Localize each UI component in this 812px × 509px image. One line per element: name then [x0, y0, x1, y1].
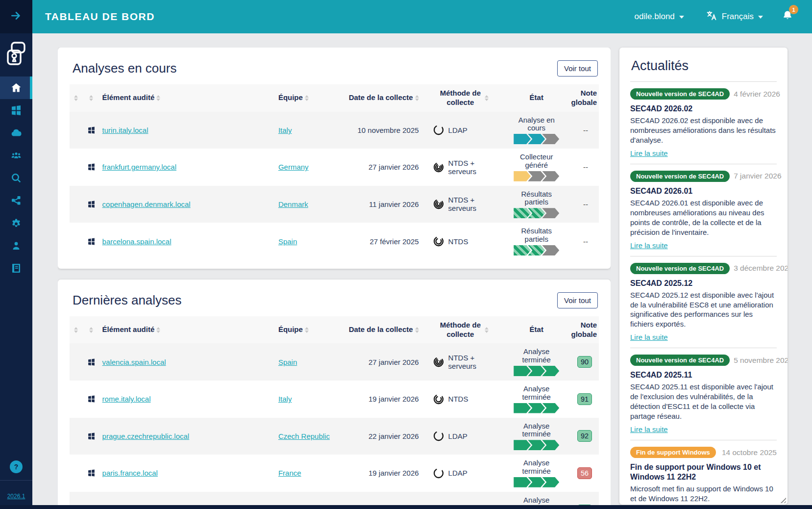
table-row: turin.italy.localItaly10 novembre 2025LD…	[70, 112, 599, 149]
news-read-more-link[interactable]: Lire la suite	[630, 149, 668, 157]
gear-icon	[10, 217, 22, 229]
state-cell: Résultats partiels	[506, 186, 567, 223]
sidebar-item-dashboard[interactable]	[0, 76, 32, 99]
language-menu[interactable]: Français	[706, 10, 763, 24]
team-link[interactable]: Italy	[278, 126, 292, 134]
sidebar-item-windows[interactable]	[0, 99, 32, 122]
column-header-date-de-la-collecte[interactable]: Date de la collecte	[346, 84, 420, 112]
column-header--l-ment-audit-[interactable]: Élément audité	[100, 84, 276, 112]
column-header-m-thode-de-collecte[interactable]: Méthode de collecte	[421, 316, 506, 344]
team-link[interactable]: Denmark	[278, 200, 308, 208]
element-link[interactable]: valencia.spain.local	[102, 358, 166, 366]
collection-method-icon	[433, 198, 444, 210]
progress-chevrons	[514, 245, 559, 255]
row-spacer-cell	[70, 223, 82, 260]
progress-segment	[514, 366, 531, 376]
team-cell: Italy	[276, 112, 346, 149]
element-link[interactable]: turin.italy.local	[102, 126, 148, 134]
element-link[interactable]: copenhagen.denmark.local	[102, 200, 191, 208]
news-item-title: SEC4AD 2026.01	[630, 186, 777, 196]
sidebar-item-users[interactable]	[0, 144, 32, 167]
help-button[interactable]: ?	[0, 454, 32, 480]
collect-method-cell: NTDS + serveurs	[421, 149, 506, 186]
global-score-cell: 90	[567, 343, 599, 381]
news-category-badge: Nouvelle version de SEC4AD	[630, 171, 730, 182]
element-link[interactable]: paris.france.local	[102, 469, 158, 477]
dernieres-analyses-table: Élément auditéÉquipeDate de la collecteM…	[70, 316, 599, 505]
column-header-date-de-la-collecte[interactable]: Date de la collecte	[346, 316, 420, 344]
bottom-bar	[0, 505, 812, 509]
column-header--l-ment-audit-[interactable]: Élément audité	[100, 316, 276, 344]
version-link[interactable]: 2026.1	[7, 493, 25, 500]
sidebar-item-search[interactable]	[0, 167, 32, 189]
sidebar-item-logs[interactable]	[0, 257, 32, 280]
team-link[interactable]: Germany	[278, 163, 309, 171]
row-spacer-cell	[70, 112, 82, 149]
sidebar-item-network[interactable]	[0, 189, 32, 212]
windows-icon	[87, 163, 96, 171]
team-link[interactable]: Spain	[278, 237, 297, 246]
view-all-button[interactable]: Voir tout	[557, 60, 598, 76]
collection-method-icon	[433, 393, 444, 405]
news-date: 4 février 2026	[734, 90, 780, 99]
column-header-label: Équipe	[278, 93, 303, 102]
resize-handle[interactable]	[779, 496, 786, 503]
sort-arrows-icon	[415, 327, 419, 333]
sidebar-toggle-button[interactable]	[0, 0, 32, 33]
element-cell: paris.france.local	[100, 455, 276, 492]
column-header--tat: État	[506, 84, 567, 112]
sort-arrows-icon	[89, 327, 93, 333]
team-link[interactable]: France	[278, 469, 301, 477]
collect-date-cell: 22 janvier 2026	[346, 418, 420, 455]
windows-icon	[87, 200, 96, 208]
windows-icon	[87, 395, 96, 403]
row-spacer-cell	[70, 186, 82, 223]
language-label: Français	[722, 12, 754, 22]
notifications-button[interactable]: 1	[782, 9, 793, 24]
column-header[interactable]	[82, 84, 100, 112]
element-type-cell	[82, 455, 100, 492]
column-header-label: Date de la collecte	[349, 93, 413, 102]
column-header-m-thode-de-collecte[interactable]: Méthode de collecte	[421, 84, 506, 112]
element-link[interactable]: prague.czechrepublic.local	[102, 432, 190, 440]
element-cell: valencia.spain.local	[100, 343, 276, 381]
user-menu[interactable]: odile.blond	[635, 12, 684, 22]
collect-date-cell: 19 janvier 2026	[346, 455, 420, 492]
collect-method-cell: NTDS	[421, 223, 506, 260]
team-link[interactable]: Italy	[278, 395, 292, 403]
element-link[interactable]: rome.italy.local	[102, 395, 151, 403]
view-all-button[interactable]: Voir tout	[557, 292, 598, 308]
sidebar-item-account[interactable]	[0, 234, 32, 257]
column-header[interactable]	[70, 84, 82, 112]
collect-method-label: NTDS	[448, 395, 468, 403]
column-header-label: Note globale	[569, 89, 597, 107]
global-score-value: --	[583, 163, 597, 171]
windows-icon	[87, 126, 96, 134]
collect-method-label: NTDS + serveurs	[448, 159, 504, 176]
news-read-more-link[interactable]: Lire la suite	[630, 425, 668, 433]
news-read-more-link[interactable]: Lire la suite	[630, 241, 668, 250]
column-header--quipe[interactable]: Équipe	[276, 316, 346, 344]
sort-arrows-icon	[415, 95, 419, 101]
team-link[interactable]: Czech Republic	[278, 432, 330, 440]
team-link[interactable]: Spain	[278, 358, 297, 366]
sort-arrows-icon	[89, 95, 93, 101]
news-read-more-link[interactable]: Lire la suite	[630, 333, 668, 341]
sidebar-item-cloud[interactable]	[0, 122, 32, 144]
sidebar-item-settings[interactable]	[0, 212, 32, 234]
translate-icon	[706, 10, 717, 24]
collect-method-label: NTDS	[448, 237, 468, 246]
column-header[interactable]	[82, 316, 100, 344]
column-header-note-globale: Note globale	[567, 84, 599, 112]
news-item-body: SEC4AD 2025.12 est disponible avec l'ajo…	[630, 290, 777, 330]
windows-icon	[87, 432, 96, 440]
element-link[interactable]: frankfurt.germany.local	[102, 163, 176, 171]
column-header[interactable]	[70, 316, 82, 344]
column-header--quipe[interactable]: Équipe	[276, 84, 346, 112]
column-header-label: Élément audité	[102, 93, 155, 102]
news-title: Actualités	[631, 58, 777, 74]
element-link[interactable]: barcelona.spain.local	[102, 237, 172, 246]
global-score-cell: 91	[567, 381, 599, 418]
global-score-cell: --	[567, 112, 599, 149]
users-icon	[10, 150, 22, 161]
